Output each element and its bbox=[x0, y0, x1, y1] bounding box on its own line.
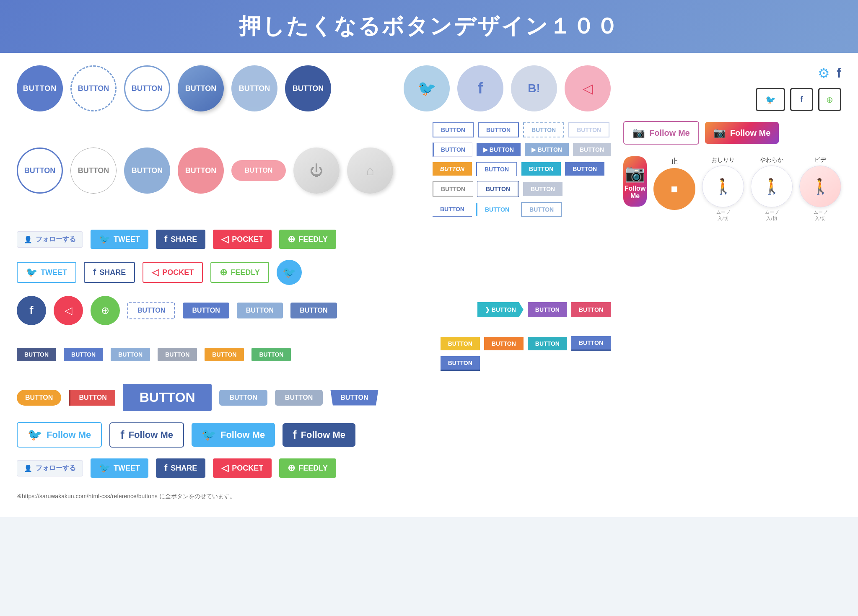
solid-dark-btn-1[interactable]: BUTTON bbox=[290, 303, 337, 318]
bide-btn[interactable]: 🚶 bbox=[799, 166, 841, 207]
twitter-circle-icon-btn[interactable]: 🐦 bbox=[404, 65, 450, 111]
sm-orange-btn[interactable]: BUTTON bbox=[205, 348, 244, 361]
circle-outline-thin-btn[interactable]: BUTTON bbox=[70, 148, 117, 194]
rp-orange-btn[interactable]: BUTTON bbox=[433, 162, 472, 176]
stop-btn[interactable]: ■ bbox=[653, 168, 695, 210]
sm-gray-btn[interactable]: BUTTON bbox=[158, 348, 197, 361]
sm-rect-row: BUTTON BUTTON BUTTON BUTTON BUTTON BUTTO… bbox=[17, 336, 611, 373]
rp-outline-btn-2[interactable]: BUTTON bbox=[478, 122, 519, 137]
sm-blue-btn[interactable]: BUTTON bbox=[64, 348, 103, 361]
rp-pipe-btn[interactable]: BUTTON bbox=[521, 202, 562, 217]
instagram-follow-outline-btn[interactable]: 📷 Follow Me bbox=[623, 121, 699, 145]
rp-blue-notch-btn[interactable]: BUTTON bbox=[571, 336, 611, 351]
instagram-follow-gradient-btn[interactable]: 📷 Follow Me bbox=[705, 122, 779, 144]
pocket-outline-btn[interactable]: ◁ POCKET bbox=[143, 262, 203, 283]
twitter-icon: 🐦 bbox=[417, 80, 436, 97]
pocket-circle-icon-btn[interactable]: ◁ bbox=[565, 65, 611, 111]
circle-dashed-btn-2[interactable]: BUTTON bbox=[70, 65, 117, 111]
rp-teal-btn[interactable]: BUTTON bbox=[521, 162, 561, 176]
footer-note: ※https://saruwakakun.com/html-css/refere… bbox=[17, 489, 611, 505]
pocket-btn-1[interactable]: ◁ POCKET bbox=[213, 230, 272, 249]
twitter-circle-btn[interactable]: 🐦 bbox=[277, 260, 302, 285]
twitter-icon: 🐦 bbox=[99, 463, 110, 474]
rp-gray-solid-btn[interactable]: BUTTON bbox=[523, 182, 562, 196]
rp-double-border-btn[interactable]: BUTTON bbox=[477, 181, 519, 197]
sm-dark-btn[interactable]: BUTTON bbox=[17, 348, 56, 361]
follow-small-btn-2[interactable]: 👤 フォローする bbox=[17, 460, 83, 476]
follow-facebook-outline-btn[interactable]: f Follow Me bbox=[109, 422, 184, 448]
rp-red-btn[interactable]: BUTTON bbox=[571, 302, 611, 317]
follow-twitter-solid-btn[interactable]: 🐦 Follow Me bbox=[192, 423, 275, 447]
pocket-btn-2[interactable]: ◁ POCKET bbox=[213, 458, 272, 478]
rp-outline-btn-1[interactable]: BUTTON bbox=[433, 122, 474, 137]
rss-icon: ⊕ bbox=[826, 95, 833, 105]
circle-dark-btn-6[interactable]: BUTTON bbox=[285, 65, 331, 111]
facebook-outline-btn[interactable]: f SHARE bbox=[84, 262, 135, 283]
rp-yellow-btn[interactable]: BUTTON bbox=[441, 337, 480, 350]
hatena-circle-icon-btn[interactable]: B! bbox=[511, 65, 557, 111]
rp-blue-solid-btn[interactable]: BUTTON bbox=[565, 162, 604, 176]
red-left-btn[interactable]: BUTTON bbox=[69, 390, 115, 406]
facebook-circle-icon-btn[interactable]: f bbox=[457, 65, 503, 111]
rounded-blue-btn-1[interactable]: BUTTON bbox=[219, 390, 267, 406]
pill-pink-btn[interactable]: BUTTON bbox=[231, 160, 286, 181]
rp-purple-btn[interactable]: BUTTON bbox=[528, 302, 567, 317]
rp-underline-btn[interactable]: BUTTON bbox=[433, 202, 472, 217]
instagram-icon: 📷 bbox=[713, 127, 726, 139]
rp-light-btn-1[interactable]: BUTTON bbox=[568, 122, 609, 137]
solid-blue-btn-1[interactable]: BUTTON bbox=[183, 303, 229, 318]
follow-twitter-outline-btn[interactable]: 🐦 Follow Me bbox=[17, 422, 102, 448]
pocket-circle-btn[interactable]: ◁ bbox=[54, 296, 83, 325]
circle-light-btn-5[interactable]: BUTTON bbox=[231, 65, 277, 111]
circle-mid-blue-btn[interactable]: BUTTON bbox=[124, 148, 170, 194]
facebook-icon: f bbox=[93, 267, 96, 278]
tweet-outline-btn[interactable]: 🐦 TWEET bbox=[17, 262, 76, 283]
rp-blue-solid-btn-2[interactable]: BUTTON bbox=[441, 356, 480, 371]
home-btn[interactable]: ⌂ bbox=[347, 148, 393, 194]
facebook-share-btn-1[interactable]: f SHARE bbox=[156, 230, 205, 249]
rp-arrow-light-btn[interactable]: ▶ BUTTON bbox=[525, 143, 569, 156]
follow-small-btn[interactable]: 👤 フォローする bbox=[17, 231, 83, 248]
facebook-share-btn-2[interactable]: f SHARE bbox=[156, 458, 205, 478]
rp-arrow-blue-btn[interactable]: BUTTON bbox=[433, 142, 472, 157]
yawaraka-btn[interactable]: 🚶 bbox=[751, 166, 793, 207]
rp-teal-solid-btn[interactable]: BUTTON bbox=[528, 337, 567, 350]
rp-row7: BUTTON BUTTON BUTTON BUTTON bbox=[441, 336, 611, 351]
pocket-icon: ◁ bbox=[221, 463, 228, 474]
dashed-blue-btn-1[interactable]: BUTTON bbox=[127, 302, 175, 319]
tweet-btn-1[interactable]: 🐦 TWEET bbox=[91, 230, 148, 249]
rp-dashed-btn-1[interactable]: BUTTON bbox=[523, 122, 564, 137]
tablet-device-icon: 🐦 bbox=[756, 88, 785, 111]
feedly-btn-2[interactable]: ⊕ FEEDLY bbox=[279, 458, 336, 478]
follow-facebook-solid-btn[interactable]: f Follow Me bbox=[283, 423, 355, 447]
instagram-large-btn[interactable]: 📷 Follow Me bbox=[623, 156, 647, 207]
rss-circle-btn[interactable]: ⊕ bbox=[91, 296, 120, 325]
rp-bracket-btn[interactable]: BUTTON bbox=[433, 181, 473, 197]
circle-pink-btn[interactable]: BUTTON bbox=[178, 148, 224, 194]
feedly-btn-1[interactable]: ⊕ FEEDLY bbox=[279, 230, 336, 249]
solid-mid-btn-1[interactable]: BUTTON bbox=[237, 303, 283, 318]
twitter-icon: 🐦 bbox=[283, 266, 296, 279]
ashiri-btn[interactable]: 🚶 bbox=[702, 166, 744, 207]
circle-solid-btn-1[interactable]: BUTTON bbox=[17, 65, 63, 111]
big-blue-btn[interactable]: BUTTON bbox=[123, 384, 212, 411]
yawaraka-sub: ムーブ入/切 bbox=[765, 209, 779, 222]
rp-arrow-solid-btn[interactable]: ▶ BUTTON bbox=[477, 143, 521, 156]
rp-arrow-gray-btn[interactable]: BUTTON bbox=[573, 143, 611, 156]
feedly-outline-btn[interactable]: ⊕ FEEDLY bbox=[210, 262, 269, 283]
rounded-gray-btn[interactable]: BUTTON bbox=[275, 390, 323, 406]
orange-pill-btn[interactable]: BUTTON bbox=[17, 390, 61, 406]
rp-orange-solid-btn[interactable]: BUTTON bbox=[484, 337, 524, 350]
diagonal-blue-btn[interactable]: BUTTON bbox=[330, 390, 378, 406]
circle-outlined-btn-3[interactable]: BUTTON bbox=[124, 65, 170, 111]
sm-light-btn[interactable]: BUTTON bbox=[111, 348, 150, 361]
circle-outline-blue-btn[interactable]: BUTTON bbox=[17, 148, 63, 194]
fb-circle-btn[interactable]: f bbox=[17, 296, 46, 325]
power-btn[interactable]: ⏻ bbox=[293, 148, 340, 194]
rp-teal-arrow-btn[interactable]: ❯ BUTTON bbox=[477, 302, 524, 317]
circle-gradient-btn-4[interactable]: BUTTON bbox=[178, 65, 224, 111]
sm-green-btn[interactable]: BUTTON bbox=[251, 348, 291, 361]
tweet-btn-2[interactable]: 🐦 TWEET bbox=[91, 458, 148, 478]
rp-sep-btn[interactable]: BUTTON bbox=[476, 203, 517, 216]
rp-blue-tab-btn[interactable]: BUTTON bbox=[476, 162, 517, 176]
